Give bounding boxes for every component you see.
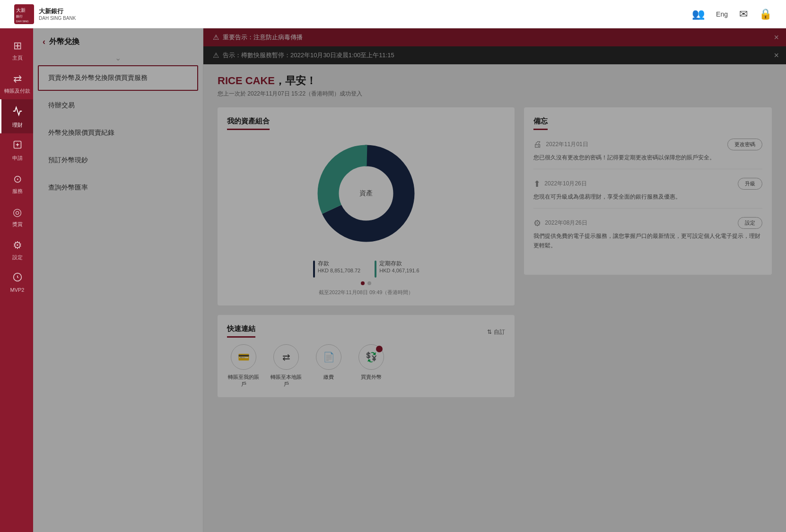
donut-center-label: 資產 <box>359 189 373 198</box>
memo-date-0: 2022年11月01日 <box>546 140 724 148</box>
sidebar-item-apply[interactable]: 申請 <box>0 133 33 166</box>
transfer-local-circle: ⇄ <box>273 344 299 370</box>
dropdown-item-pending[interactable]: 待辦交易 <box>38 93 198 118</box>
pagination-dot-1[interactable] <box>361 281 365 285</box>
back-icon[interactable]: ‹ <box>43 37 45 47</box>
transfer-local-label: 轉賬至本地賬戶 <box>270 374 303 388</box>
custom-label: 自訂 <box>494 328 505 336</box>
memo-btn-2[interactable]: 設定 <box>738 217 762 229</box>
memo-text-2: 我們提供免費的電子提示服務，讓您掌握戶口的最新情況，更可設定個人化電子提示，理財… <box>533 232 762 250</box>
pagination-dots <box>227 281 505 285</box>
quick-icon-forex[interactable]: 💱 買賣外幣 <box>355 344 388 388</box>
welcome-section: RICE CAKE，早安！ 您上一次於 2022年11月07日 15:22（香港… <box>218 74 772 98</box>
alert-text-dark: 告示：樽數快服務暫停：2022年10月30日凌晨1:00至上午11:15 <box>223 51 394 60</box>
memo-btn-0[interactable]: 更改密碼 <box>727 139 762 150</box>
mvp2-icon <box>13 272 22 285</box>
apply-icon <box>13 140 22 152</box>
memo-icon-1: ⬆ <box>533 179 541 189</box>
payment-icon: 📄 <box>323 351 335 363</box>
dropdown-item-reserve[interactable]: 預訂外幣現鈔 <box>38 148 198 173</box>
memo-text-0: 您已很久沒有更改您的密碼！記得要定期更改密碼以保障您的賬戶安全。 <box>533 153 762 162</box>
main-content: ⚠ 重要告示：注意防止病毒傳播 × ⚠ 告示：樽數快服務暫停：2022年10月3… <box>203 28 786 532</box>
memo-icon-2: ⚙ <box>533 218 541 228</box>
bank-logo-icon: 大新 銀行 DAH SING <box>14 4 34 24</box>
top-header: 大新 銀行 DAH SING 大新銀行 DAH SING BANK 👥 Eng … <box>0 0 786 28</box>
transfer-local-icon: ⇄ <box>282 351 290 363</box>
legend-label-deposits: 存款 <box>318 260 361 268</box>
memo-item-2: ⚙ 2022年08月26日 設定 我們提供免費的電子提示服務，讓您掌握戶口的最新… <box>533 217 762 256</box>
memo-header-0: 🖨 2022年11月01日 更改密碼 <box>533 139 762 150</box>
forex-icon: 💱 <box>366 351 377 363</box>
warning-icon-dark: ⚠ <box>213 51 219 60</box>
svg-text:DAH SING: DAH SING <box>16 20 29 23</box>
sidebar-item-home[interactable]: ⊞ 主頁 <box>0 33 33 66</box>
memo-header-2: ⚙ 2022年08月26日 設定 <box>533 217 762 229</box>
sidebar-label-service: 服務 <box>12 188 23 195</box>
logo-text: 大新銀行 DAH SING BANK <box>39 7 76 21</box>
close-alert-dark[interactable]: × <box>774 51 779 61</box>
close-alert-red[interactable]: × <box>774 33 779 43</box>
legend-value-deposits: HKD 8,851,708.72 <box>318 268 361 273</box>
sidebar: ⊞ 主頁 ⇄ 轉賬及付款 理財 申請 ⊙ 服務 <box>0 28 33 532</box>
dropdown-item-rate[interactable]: 查詢外幣匯率 <box>38 175 198 201</box>
memo-date-2: 2022年08月26日 <box>545 219 734 227</box>
quick-icon-payment[interactable]: 📄 繳費 <box>312 344 345 388</box>
sidebar-label-setting: 設定 <box>12 254 23 261</box>
adjust-icon: ⇅ <box>487 329 492 335</box>
dropdown-header: ‹ 外幣兌換 <box>33 28 203 53</box>
quick-icon-transfer-local[interactable]: ⇄ 轉賬至本地賬戶 <box>270 344 303 388</box>
main-layout: ⊞ 主頁 ⇄ 轉賬及付款 理財 申請 ⊙ 服務 <box>0 28 786 532</box>
chart-timestamp: 截至2022年11月08日 09:49（香港時間） <box>227 289 505 296</box>
quick-links-title: 快速連結 <box>227 324 255 338</box>
alert-bar-dark: ⚠ 告示：樽數快服務暫停：2022年10月30日凌晨1:00至上午11:15 × <box>203 46 786 64</box>
forex-circle: 💱 <box>358 344 384 370</box>
memo-header-1: ⬆ 2022年10月26日 升級 <box>533 178 762 190</box>
forex-badge <box>376 346 383 352</box>
pagination-dot-2[interactable] <box>367 281 371 285</box>
logo-area: 大新 銀行 DAH SING 大新銀行 DAH SING BANK <box>14 4 76 24</box>
users-icon[interactable]: 👥 <box>692 8 705 20</box>
memo-card: 備忘 🖨 2022年11月01日 更改密碼 您已很久沒有更改您的密碼！記得要定期… <box>524 107 772 275</box>
quick-links-card: 快速連結 ⇅ 自訂 💳 轉賬至我的賬戶 <box>218 315 515 397</box>
quick-links-header: 快速連結 ⇅ 自訂 <box>227 324 505 340</box>
service-icon: ⊙ <box>13 173 22 185</box>
quick-icon-transfer-self[interactable]: 💳 轉賬至我的賬戶 <box>227 344 260 388</box>
svg-text:銀行: 銀行 <box>16 15 23 18</box>
last-login-text: 您上一次於 2022年11月07日 15:22（香港時間）成功登入 <box>218 90 772 98</box>
memo-title: 備忘 <box>533 117 548 130</box>
memo-list: 🖨 2022年11月01日 更改密碼 您已很久沒有更改您的密碼！記得要定期更改密… <box>533 139 762 257</box>
sidebar-item-invest[interactable]: 理財 <box>0 99 33 133</box>
custom-button[interactable]: ⇅ 自訂 <box>487 328 505 336</box>
language-button[interactable]: Eng <box>716 10 728 18</box>
legend-item-fixed: 定期存款 HKD 4,067,191.6 <box>375 260 419 278</box>
sidebar-label-home: 主頁 <box>12 54 23 61</box>
sidebar-item-transfer[interactable]: ⇄ 轉賬及付款 <box>0 66 33 99</box>
reward-icon: ◎ <box>13 206 22 218</box>
chart-area: 資產 <box>227 132 505 255</box>
sidebar-label-apply: 申請 <box>12 155 23 162</box>
payment-circle: 📄 <box>316 344 341 370</box>
transfer-self-circle: 💳 <box>231 344 256 370</box>
portfolio-title: 我的資產組合 <box>227 117 270 130</box>
user-name: RICE CAKE <box>218 75 275 87</box>
sidebar-item-service[interactable]: ⊙ 服務 <box>0 166 33 200</box>
mail-icon[interactable]: ✉ <box>739 8 748 20</box>
welcome-name: RICE CAKE，早安！ <box>218 74 772 88</box>
dropdown-item-history[interactable]: 外幣兌換限價買賣紀錄 <box>38 120 198 146</box>
two-col-layout: 我的資產組合 資產 <box>218 107 772 407</box>
sidebar-item-reward[interactable]: ◎ 獎賞 <box>0 200 33 233</box>
payment-label: 繳費 <box>323 374 334 381</box>
lock-icon[interactable]: 🔒 <box>759 8 772 20</box>
legend-item-deposits: 存款 HKD 8,851,708.72 <box>313 260 361 278</box>
dropdown-item-buy-sell[interactable]: 買賣外幣及外幣兌換限價買賣服務 <box>38 65 198 91</box>
memo-btn-1[interactable]: 升級 <box>738 178 762 190</box>
legend-value-fixed: HKD 4,067,191.6 <box>379 268 419 273</box>
content-area: RICE CAKE，早安！ 您上一次於 2022年11月07日 15:22（香港… <box>203 64 786 532</box>
legend-text-deposits: 存款 HKD 8,851,708.72 <box>318 260 361 273</box>
alert-bar-red: ⚠ 重要告示：注意防止病毒傳播 × <box>203 28 786 46</box>
sidebar-item-mvp2[interactable]: MVP2 <box>0 266 33 297</box>
sidebar-item-setting[interactable]: ⚙ 設定 <box>0 233 33 266</box>
svg-text:大新: 大新 <box>16 8 26 13</box>
home-icon: ⊞ <box>13 40 22 52</box>
alert-text-red: 重要告示：注意防止病毒傳播 <box>223 33 303 42</box>
